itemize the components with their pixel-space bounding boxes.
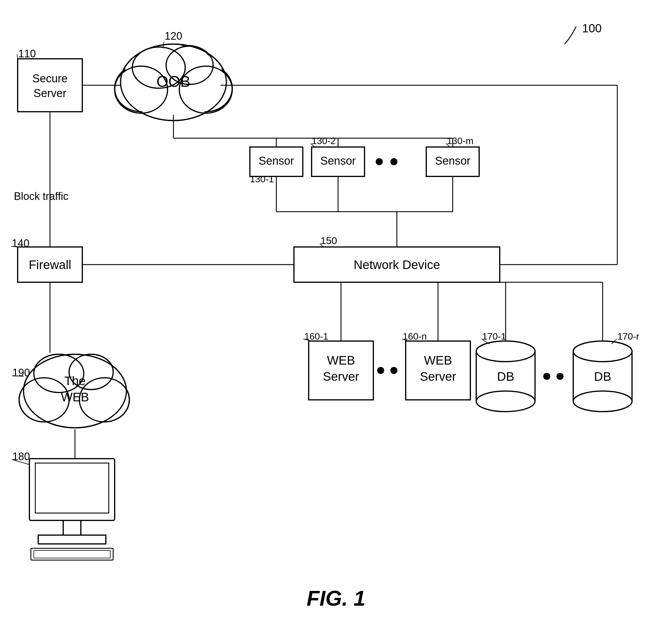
web-server-n-label2: Server: [420, 370, 456, 383]
sensor1-label: Sensor: [259, 155, 294, 167]
webserver-dots2: [390, 367, 398, 374]
secure-server-box: [18, 59, 82, 112]
ref-110: 110: [18, 48, 36, 60]
ref-190: 190: [12, 367, 30, 379]
ref-130-m: 130-m: [447, 136, 474, 146]
svg-point-26: [573, 341, 632, 362]
db-dots2: [556, 373, 564, 380]
ref-120: 120: [165, 30, 182, 42]
webserver-dots1: [377, 367, 384, 374]
svg-point-25: [573, 391, 632, 412]
network-device-label: Network Device: [354, 258, 440, 272]
web-server1-label1: WEB: [327, 353, 355, 367]
ref-100: 100: [582, 22, 602, 35]
db1-label: DB: [497, 370, 514, 383]
sensor-dots2: [390, 158, 398, 165]
db1: DB: [476, 341, 535, 412]
db-r-label: DB: [594, 370, 611, 383]
figure-label: FIG. 1: [307, 587, 365, 610]
the-web-label2: WEB: [61, 390, 89, 404]
sensor2-label: Sensor: [320, 155, 356, 167]
block-traffic-label: Block traffic: [14, 190, 68, 202]
db-dots1: [543, 373, 550, 380]
web-server-n-label1: WEB: [424, 353, 452, 367]
sensor-m-label: Sensor: [435, 155, 471, 167]
ref-170-r: 170-r: [617, 331, 639, 342]
ref-170-1: 170-1: [482, 331, 506, 342]
ref-130-1: 130-1: [250, 174, 274, 184]
ref-150: 150: [320, 235, 337, 246]
svg-rect-47: [34, 550, 110, 558]
web-server1-label2: Server: [323, 370, 359, 383]
ref-130-2: 130-2: [312, 136, 336, 146]
sensor-dots1: [376, 158, 383, 165]
diagram-container: 100 Secure Server 110: [0, 0, 672, 638]
db-r: DB: [573, 341, 632, 412]
oob-cloud: OOB: [115, 44, 232, 120]
svg-point-20: [476, 341, 535, 362]
oob-label: OOB: [156, 73, 190, 90]
the-web-label1: The: [64, 374, 86, 388]
svg-rect-44: [63, 520, 81, 535]
computer: [29, 459, 115, 560]
svg-rect-45: [38, 535, 106, 544]
secure-server-label2: Server: [34, 87, 66, 99]
svg-point-19: [476, 391, 535, 412]
ref-140: 140: [12, 237, 29, 249]
svg-rect-43: [35, 463, 109, 513]
firewall-label: Firewall: [29, 258, 71, 272]
secure-server-label1: Secure: [32, 72, 68, 85]
the-web-cloud: The WEB: [19, 354, 129, 428]
